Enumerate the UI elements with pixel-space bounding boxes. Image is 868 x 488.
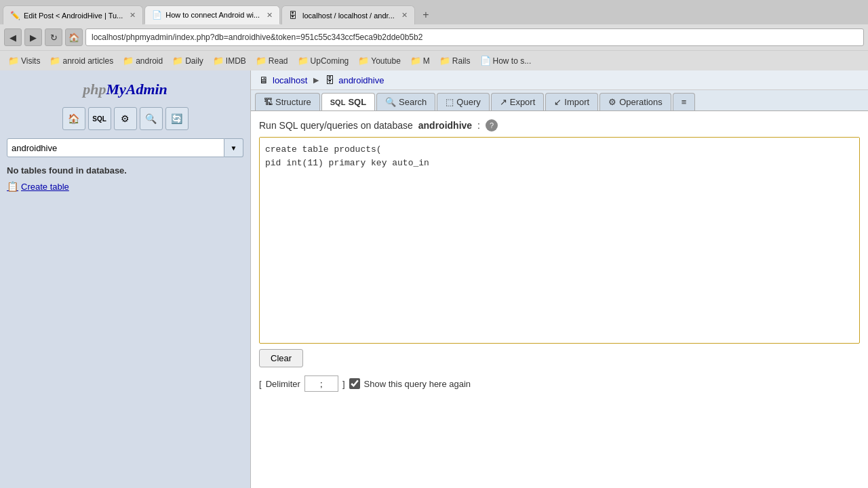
folder-icon: 📁 — [410, 56, 421, 66]
clear-button-label: Clear — [271, 353, 292, 363]
folder-icon: 📁 — [172, 56, 183, 66]
folder-icon: 📁 — [298, 56, 309, 66]
home-icon-btn[interactable]: 🏠 — [62, 107, 85, 130]
db-icon: 🗄 — [325, 75, 334, 85]
sql-icon-btn[interactable]: SQL — [88, 107, 111, 130]
tab2-close[interactable]: ✕ — [267, 11, 273, 20]
sql-textarea[interactable]: create table products( pid int(11) prima… — [260, 138, 859, 341]
export-tab-icon: ↗ — [500, 97, 507, 107]
db-selector[interactable]: androidhive ▼ — [7, 138, 243, 157]
folder-icon: 📁 — [256, 56, 267, 66]
bookmark-read-label: Read — [269, 56, 288, 66]
forward-button[interactable]: ▶ — [24, 28, 42, 46]
folder-icon: 📁 — [123, 56, 134, 66]
bookmark-anroid-articles[interactable]: 📁 anroid articles — [45, 54, 117, 67]
tab-bar: ✏️ Edit Post < AndroidHive | Tu... ✕ 📄 H… — [0, 0, 868, 24]
delimiter-row: [ Delimiter ] Show this query here again — [259, 375, 860, 392]
address-url: localhost/phpmyadmin/index.php?db=androi… — [92, 33, 422, 42]
run-sql-header: Run SQL query/queries on database androi… — [259, 119, 860, 131]
delimiter-bracket-open: [ — [259, 379, 262, 389]
tab-3[interactable]: 🗄 localhost / localhost / andr... ✕ — [281, 5, 415, 24]
right-panel: 🖥 localhost ► 🗄 androidhive 🏗 Structure … — [251, 70, 868, 488]
tab1-close[interactable]: ✕ — [130, 11, 136, 20]
breadcrumb-db[interactable]: androidhive — [338, 75, 384, 85]
sidebar: phpMyAdmin 🏠 SQL ⚙ 🔍 🔄 androidhive ▼ No … — [0, 70, 251, 488]
folder-icon: 📁 — [213, 56, 224, 66]
help-icon[interactable]: ? — [486, 119, 498, 131]
bookmark-youtube[interactable]: 📁 Youtube — [354, 54, 405, 67]
bookmark-m-label: M — [423, 56, 430, 66]
bookmarks-bar: 📁 Visits 📁 anroid articles 📁 android 📁 D… — [0, 50, 868, 70]
bookmark-visits[interactable]: 📁 Visits — [4, 54, 44, 67]
tab-sql[interactable]: SQL SQL — [321, 93, 375, 110]
delimiter-bracket-close: ] — [342, 379, 345, 389]
run-sql-dbname: androidhive — [418, 120, 472, 131]
refresh-icon-btn[interactable]: 🔄 — [165, 107, 189, 130]
create-table-icon: 📋 — [7, 181, 18, 192]
bookmark-imdb[interactable]: 📁 IMDB — [209, 54, 250, 67]
pma-logo: phpMyAdmin — [7, 77, 243, 99]
export-tab-label: Export — [510, 97, 536, 107]
tab-2[interactable]: 📄 How to connect Android wi... ✕ — [144, 5, 280, 24]
tab1-favicon: ✏️ — [10, 11, 20, 20]
sql-container: create table products( pid int(11) prima… — [259, 137, 860, 344]
db-selector-input[interactable]: androidhive — [7, 138, 224, 157]
operations-tab-icon: ⚙ — [608, 97, 616, 107]
tab1-label: Edit Post < AndroidHive | Tu... — [24, 12, 123, 20]
address-input[interactable]: localhost/phpmyadmin/index.php?db=androi… — [85, 28, 864, 46]
tab-structure[interactable]: 🏗 Structure — [255, 93, 320, 110]
tab-more[interactable]: ≡ — [673, 93, 696, 110]
bookmark-upcoming[interactable]: 📁 UpComing — [294, 54, 353, 67]
tab-import[interactable]: ↙ Import — [545, 93, 598, 110]
bookmark-howto[interactable]: 📄 How to s... — [476, 54, 536, 67]
db-label: androidhive — [338, 75, 384, 85]
bookmark-howto-label: How to s... — [493, 56, 532, 66]
bookmark-rails[interactable]: 📁 Rails — [435, 54, 475, 67]
create-table-label: Create table — [21, 182, 69, 192]
structure-icon-btn[interactable]: ⚙ — [114, 107, 137, 130]
delimiter-label: Delimiter — [266, 379, 300, 389]
import-tab-label: Import — [564, 97, 589, 107]
browser-chrome: ✏️ Edit Post < AndroidHive | Tu... ✕ 📄 H… — [0, 0, 868, 70]
clear-button[interactable]: Clear — [259, 349, 303, 367]
search-icon-btn[interactable]: 🔍 — [140, 107, 163, 130]
show-query-label: Show this query here again — [364, 379, 471, 389]
tab2-favicon: 📄 — [152, 10, 161, 20]
import-tab-icon: ↙ — [554, 97, 561, 107]
create-table-link[interactable]: 📋 Create table — [7, 181, 243, 192]
bookmark-android-label: android — [136, 56, 163, 66]
tab-query[interactable]: ⬚ Query — [437, 93, 489, 110]
tab-operations[interactable]: ⚙ Operations — [599, 93, 671, 110]
bookmark-android[interactable]: 📁 android — [119, 54, 167, 67]
bookmark-rails-label: Rails — [452, 56, 471, 66]
operations-tab-label: Operations — [619, 97, 663, 107]
sidebar-status: No tables found in database. — [7, 165, 243, 176]
home-button[interactable]: 🏠 — [65, 28, 83, 46]
bookmark-m[interactable]: 📁 M — [406, 54, 434, 67]
new-tab-button[interactable]: + — [416, 5, 435, 24]
tab-search[interactable]: 🔍 Search — [376, 93, 435, 110]
folder-icon: 📄 — [480, 56, 491, 66]
reload-button[interactable]: ↻ — [45, 28, 62, 46]
more-tab-icon: ≡ — [682, 97, 687, 107]
breadcrumb-server[interactable]: localhost — [273, 75, 307, 85]
show-query-checkbox[interactable] — [349, 378, 360, 389]
sql-tab-label: SQL — [348, 97, 366, 107]
db-selector-arrow[interactable]: ▼ — [224, 138, 243, 157]
bookmark-read[interactable]: 📁 Read — [252, 54, 292, 67]
back-button[interactable]: ◀ — [4, 28, 22, 46]
sql-tab-icon: SQL — [330, 98, 346, 106]
search-tab-label: Search — [399, 97, 427, 107]
folder-icon: 📁 — [8, 56, 19, 66]
bookmark-imdb-label: IMDB — [226, 56, 246, 66]
structure-tab-label: Structure — [275, 97, 311, 107]
run-sql-label: Run SQL query/queries on database — [259, 120, 413, 131]
tab3-close[interactable]: ✕ — [401, 11, 408, 20]
bookmark-daily-label: Daily — [185, 56, 203, 66]
bookmark-youtube-label: Youtube — [371, 56, 401, 66]
query-tab-label: Query — [456, 97, 480, 107]
bookmark-daily[interactable]: 📁 Daily — [168, 54, 208, 67]
tab-1[interactable]: ✏️ Edit Post < AndroidHive | Tu... ✕ — [3, 5, 143, 24]
delimiter-input[interactable] — [304, 375, 338, 392]
tab-export[interactable]: ↗ Export — [491, 93, 545, 110]
